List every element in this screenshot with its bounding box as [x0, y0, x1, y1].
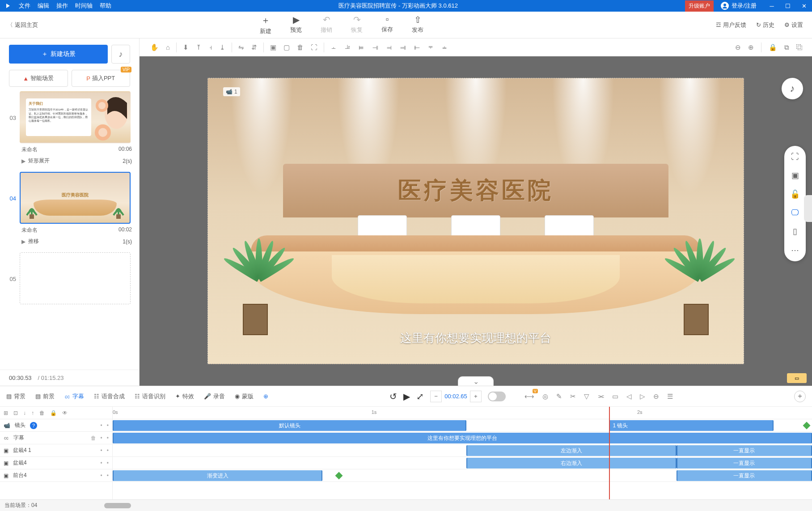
- align-top-icon[interactable]: ⫣: [372, 43, 379, 51]
- visibility-icon[interactable]: 👁: [62, 410, 68, 416]
- zoom-out-button[interactable]: −: [430, 391, 442, 402]
- scrollbar-thumb[interactable]: [104, 503, 131, 508]
- delete-icon[interactable]: 🗑: [297, 43, 304, 51]
- play-transition-icon[interactable]: ▶: [21, 238, 25, 245]
- redo-button[interactable]: ↷恢复: [351, 14, 363, 35]
- menu-file[interactable]: 文件: [19, 2, 30, 10]
- crop-icon[interactable]: ⛶: [311, 43, 317, 51]
- collapse-handle[interactable]: ⌄: [458, 376, 494, 386]
- align-right-icon[interactable]: ⫢: [358, 43, 365, 51]
- clip-always[interactable]: 一直显示: [677, 470, 812, 481]
- scene-thumbnail[interactable]: 关于我们万彩医疗美容医院生于2014年，是一家经过资质认证、私人定制疗程、针对面…: [20, 91, 131, 143]
- stretch-icon[interactable]: ⟷V: [524, 392, 534, 400]
- menu-edit[interactable]: 编辑: [38, 2, 49, 10]
- insert-ppt-button[interactable]: P插入PPTVIP: [72, 70, 131, 87]
- copy-icon[interactable]: ⧉: [784, 43, 789, 51]
- timeline-tracks[interactable]: 0s 1s 2s 默认镜头 1 镜头 这里有你想要实现理想的平台 左边渐入 一直…: [113, 407, 812, 499]
- new-button[interactable]: ＋新建: [260, 14, 271, 35]
- tab-effects[interactable]: ✦特效: [175, 392, 194, 400]
- playhead[interactable]: [609, 407, 610, 499]
- hand-tool-icon[interactable]: ✋: [150, 43, 159, 51]
- delete-track-icon[interactable]: 🗑: [39, 410, 45, 416]
- clip-camera-1[interactable]: 1 镜头: [609, 420, 774, 431]
- back-home-button[interactable]: 〈 返回主页: [0, 21, 45, 29]
- scene-list[interactable]: 03 关于我们万彩医疗美容医院生于2014年，是一家经过资质认证、私人定制疗程、…: [0, 91, 139, 370]
- tab-background[interactable]: ▨背景: [6, 392, 25, 400]
- lock-track-icon[interactable]: 🔒: [50, 410, 57, 416]
- trash-icon[interactable]: 🗑: [91, 435, 96, 441]
- lock-icon[interactable]: 🔒: [769, 43, 777, 51]
- menu-help[interactable]: 帮助: [100, 2, 111, 10]
- track-front4-header[interactable]: ▣前台4••: [0, 469, 112, 482]
- maximize-button[interactable]: ☐: [780, 0, 796, 12]
- tab-tts[interactable]: ☷语音合成: [94, 392, 125, 400]
- track-bonsai41-header[interactable]: ▣盆栽4 1••: [0, 444, 112, 457]
- marker-icon[interactable]: ▭: [612, 392, 618, 400]
- feedback-button[interactable]: ☲用户反馈: [716, 21, 746, 29]
- clip-default-camera[interactable]: 默认镜头: [113, 420, 466, 431]
- track-subtitle[interactable]: 这里有你想要实现理想的平台: [113, 432, 812, 444]
- track-camera[interactable]: 默认镜头 1 镜头: [113, 419, 812, 432]
- snapshot-icon[interactable]: ◎: [542, 392, 548, 400]
- close-button[interactable]: ✕: [796, 0, 812, 12]
- middle-icon[interactable]: ⫞: [209, 43, 212, 51]
- expand-button[interactable]: ⤢: [416, 391, 424, 402]
- tab-more[interactable]: ⊕: [263, 393, 268, 400]
- tab-record[interactable]: 🎤录音: [204, 392, 225, 400]
- more-icon[interactable]: ⋯: [791, 245, 799, 255]
- sort-up-icon[interactable]: ↑: [31, 410, 34, 416]
- timeline-ruler[interactable]: 0s 1s 2s: [113, 407, 812, 419]
- link-icon[interactable]: ⫘: [597, 392, 604, 400]
- edit-icon[interactable]: ✎: [556, 392, 562, 400]
- track-front4[interactable]: 渐变进入 一直显示: [113, 469, 812, 482]
- vflip-icon[interactable]: ⇵: [251, 43, 257, 51]
- remove-icon[interactable]: ⊖: [653, 392, 659, 400]
- scene-entry-03[interactable]: 03 关于我们万彩医疗美容医院生于2014年，是一家经过资质认证、私人定制疗程、…: [5, 91, 134, 168]
- align-left-icon[interactable]: ⫠: [330, 43, 337, 51]
- save-button[interactable]: ▫保存: [381, 14, 393, 35]
- add-track-button[interactable]: ＋: [794, 391, 806, 402]
- sort-down-icon[interactable]: ↓: [23, 410, 26, 416]
- top-icon[interactable]: ⤒: [196, 43, 202, 51]
- fullscreen-icon[interactable]: ⛶: [791, 152, 799, 162]
- keyframe-out-icon[interactable]: ▷: [640, 392, 645, 400]
- track-bonsai41[interactable]: 左边渐入 一直显示: [113, 444, 812, 457]
- scene-entry-04[interactable]: 04 医疗美容医院 未命名00:02 ▶推移1(s): [5, 172, 134, 249]
- track-subtitle-header[interactable]: ㏄字幕🗑••: [0, 432, 112, 444]
- keyframe-end[interactable]: [803, 422, 811, 430]
- distribute-h-icon[interactable]: ⫦: [414, 43, 420, 51]
- hflip-icon[interactable]: ⇋: [238, 43, 244, 51]
- zoom-in-button[interactable]: +: [470, 391, 482, 402]
- monitor-icon[interactable]: 🖵: [791, 208, 799, 217]
- scene-thumbnail-empty[interactable]: [20, 252, 131, 304]
- filter-icon[interactable]: ▽: [584, 392, 589, 400]
- side-tab[interactable]: [804, 195, 812, 222]
- undo-button[interactable]: ↶撤销: [321, 14, 332, 35]
- publish-button[interactable]: ⇧发布: [412, 14, 423, 35]
- help-icon[interactable]: ?: [30, 422, 37, 429]
- menu-timeline[interactable]: 时间轴: [75, 2, 93, 10]
- align-bottom-icon[interactable]: ⫥: [400, 43, 406, 51]
- history-button[interactable]: ↻历史: [756, 21, 774, 29]
- distribute-v-icon[interactable]: ⫧: [427, 43, 434, 51]
- tab-foreground[interactable]: ▧前景: [35, 392, 55, 400]
- upgrade-button[interactable]: 升级账户: [685, 0, 714, 12]
- canvas-frame[interactable]: 📹 1 医疗美容医院: [207, 78, 744, 364]
- tab-mask[interactable]: ◉蒙版: [235, 392, 254, 400]
- download-icon[interactable]: ⬇: [183, 43, 189, 51]
- canvas-viewport[interactable]: 📹 1 医疗美容医院: [140, 56, 812, 386]
- clip-rightin[interactable]: 右边渐入: [466, 458, 676, 468]
- minimap-indicator[interactable]: ▭: [787, 373, 807, 383]
- clip-fadein[interactable]: 渐变进入: [113, 470, 322, 481]
- bottom-icon[interactable]: ⤓: [220, 43, 225, 51]
- canvas-music-button[interactable]: ♪: [782, 78, 803, 99]
- snap-toggle[interactable]: [488, 392, 506, 401]
- tab-asr[interactable]: ☷语音识别: [135, 392, 165, 400]
- settings-button[interactable]: ⚙设置: [784, 21, 803, 29]
- smart-scene-button[interactable]: ▲智能场景: [9, 70, 68, 87]
- menu-icon[interactable]: ☰: [667, 392, 673, 400]
- track-bonsai4-header[interactable]: ▣盆栽4••: [0, 457, 112, 469]
- timeline-play-button[interactable]: ▶: [403, 391, 410, 402]
- add-left-icon[interactable]: ⊞: [4, 410, 8, 416]
- add-right-icon[interactable]: ⊡: [13, 410, 18, 416]
